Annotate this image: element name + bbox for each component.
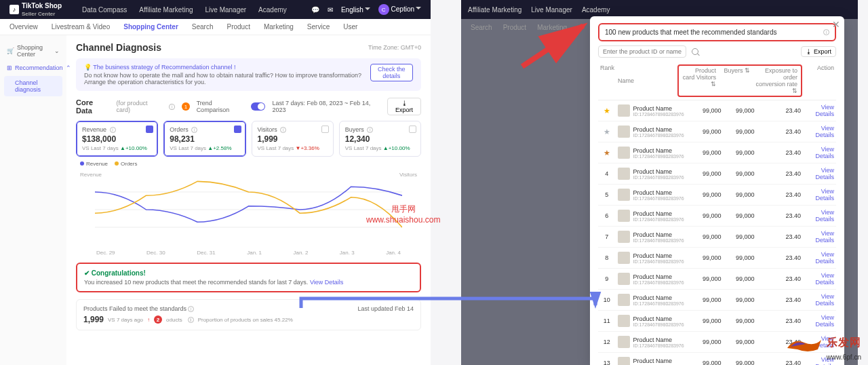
search-icon[interactable] bbox=[692, 48, 698, 55]
view-details-link[interactable]: View Details bbox=[803, 230, 836, 244]
tab-shopping-center[interactable]: Shopping Center bbox=[123, 23, 178, 31]
sidebar-item-recommendation[interactable]: ⊞ Recommendation ⌃ bbox=[4, 61, 62, 75]
nav-live-r[interactable]: Live Manager bbox=[531, 6, 572, 14]
congrats-head: ✔ Congratulations! bbox=[84, 269, 413, 277]
view-details-link[interactable]: View Details bbox=[803, 251, 836, 265]
product-search-input[interactable] bbox=[598, 45, 686, 58]
name-cell: Product NameID:17284678980283976 bbox=[616, 231, 686, 243]
close-icon[interactable]: ✕ bbox=[832, 19, 840, 30]
buyers-cell: 99,000 bbox=[724, 170, 757, 177]
visitors-cell: 99,000 bbox=[686, 191, 724, 198]
view-details-link[interactable]: View Details bbox=[803, 104, 836, 117]
tab-product[interactable]: Product bbox=[226, 23, 250, 31]
buyers-cell: 99,000 bbox=[724, 275, 757, 282]
checkbox-icon[interactable] bbox=[234, 126, 241, 133]
rank-cell: 8 bbox=[598, 254, 616, 261]
rank-cell: 4 bbox=[598, 170, 616, 177]
tab-livestream[interactable]: Livestream & Video bbox=[52, 23, 111, 31]
table-row: ★Product NameID:1728467898028397699,0009… bbox=[598, 121, 836, 142]
product-thumbnail bbox=[618, 189, 630, 201]
nav-live-manager[interactable]: Live Manager bbox=[205, 6, 247, 14]
avatar: C bbox=[378, 4, 389, 15]
visitors-cell: 99,000 bbox=[686, 149, 724, 156]
nav-academy-r[interactable]: Academy bbox=[582, 6, 610, 14]
tab-marketing[interactable]: Marketing bbox=[264, 23, 294, 31]
checkbox-icon[interactable] bbox=[409, 126, 416, 133]
product-thumbnail bbox=[618, 315, 630, 327]
col-conversion[interactable]: Exposure to order conversion rate ⇅ bbox=[752, 67, 800, 94]
product-thumbnail bbox=[618, 126, 630, 138]
chat-icon[interactable]: 💬 bbox=[311, 6, 319, 14]
date-range[interactable]: Last 7 days: Feb 08, 2023 ~ Feb 14, 2023 bbox=[272, 100, 380, 113]
conv-cell: 23.40 bbox=[757, 318, 804, 324]
conv-cell: 23.40 bbox=[757, 170, 804, 177]
sidebar-item-shopping[interactable]: 🛒 Shopping Center ⌄ bbox=[4, 41, 62, 61]
export-button[interactable]: ⭳ Export bbox=[387, 98, 421, 115]
timezone: Time Zone: GMT+0 bbox=[368, 44, 421, 51]
sidebar-item-channel-diagnosis[interactable]: Channel diagnosis bbox=[4, 76, 62, 96]
kpi-visitors[interactable]: Visitors i1,999VS Last 7 days ▼+3.36% bbox=[252, 121, 334, 157]
nav-affiliate[interactable]: Affiliate Marketing bbox=[139, 6, 193, 14]
rank-cell: ★ bbox=[598, 128, 616, 136]
kpi-buyers[interactable]: Buyers i12,340VS Last 7 days ▲+10.00% bbox=[339, 121, 421, 157]
view-details-link[interactable]: View Details bbox=[310, 279, 343, 286]
product-thumbnail bbox=[618, 147, 630, 159]
congrats-box: ✔ Congratulations! You increased 10 new … bbox=[76, 263, 421, 292]
view-details-link[interactable]: View Details bbox=[803, 209, 836, 223]
checkbox-icon[interactable] bbox=[146, 126, 153, 133]
nav-affiliate-r[interactable]: Affiliate Marketing bbox=[468, 6, 521, 14]
info-icon[interactable]: i bbox=[169, 104, 175, 110]
product-thumbnail bbox=[618, 357, 630, 365]
tab-search[interactable]: Search bbox=[192, 23, 214, 31]
view-details-link[interactable]: View Details bbox=[803, 293, 836, 307]
info-icon[interactable]: i bbox=[823, 29, 829, 35]
table-header: Rank Name Product card Visitors ⇅ Buyers… bbox=[598, 62, 836, 100]
checkbox-icon[interactable] bbox=[321, 126, 329, 133]
col-name: Name bbox=[616, 64, 677, 97]
name-cell: Product NameID:17284678980283976 bbox=[616, 168, 686, 180]
user-menu[interactable]: C Ception bbox=[378, 4, 421, 15]
notification-icon[interactable]: ✉ bbox=[328, 6, 333, 14]
col-visitors[interactable]: Product card Visitors ⇅ bbox=[680, 67, 718, 94]
kpi-orders[interactable]: Orders i98,231VS Last 7 days ▲+2.58% bbox=[163, 121, 245, 157]
name-cell: Product NameID:17284678980283976 bbox=[616, 104, 686, 117]
rank-cell: 12 bbox=[598, 339, 616, 345]
view-details-link[interactable]: View Details bbox=[803, 314, 836, 328]
table-row: 7Product NameID:1728467898028397699,0009… bbox=[598, 227, 836, 248]
col-buyers[interactable]: Buyers ⇅ bbox=[718, 67, 752, 94]
table-row: ★Product NameID:1728467898028397699,0009… bbox=[598, 142, 836, 164]
conv-cell: 23.40 bbox=[757, 107, 804, 114]
name-cell: Product NameID:17284678980283976 bbox=[616, 147, 686, 159]
buyers-cell: 99,000 bbox=[724, 191, 757, 198]
nav-data-compass[interactable]: Data Compass bbox=[82, 6, 127, 14]
fail-value: 1,999 bbox=[83, 315, 104, 324]
name-cell: Product NameID:17284678980283976 bbox=[616, 357, 686, 365]
visitors-cell: 99,000 bbox=[686, 128, 724, 135]
rank-cell: 13 bbox=[598, 360, 616, 365]
page-title: Channel Diagnosis bbox=[76, 42, 161, 53]
conv-cell: 23.40 bbox=[757, 191, 804, 198]
kpi-revenue[interactable]: Revenue i$138,000VS Last 7 days ▲+10.00% bbox=[76, 121, 158, 157]
product-thumbnail bbox=[618, 294, 630, 306]
view-details-link[interactable]: View Details bbox=[803, 167, 836, 180]
name-cell: Product NameID:17284678980283976 bbox=[616, 126, 686, 138]
modal-export-button[interactable]: ⭳ Export bbox=[801, 46, 836, 57]
info-strip: 💡 The business strategy of Recommendatio… bbox=[76, 58, 421, 91]
rank-cell: ★ bbox=[598, 149, 616, 157]
tab-user[interactable]: User bbox=[343, 23, 357, 31]
kpi-grid: Revenue i$138,000VS Last 7 days ▲+10.00%… bbox=[76, 121, 421, 157]
nav-academy[interactable]: Academy bbox=[258, 6, 287, 14]
trend-toggle[interactable] bbox=[251, 102, 265, 111]
language-selector[interactable]: English bbox=[341, 6, 370, 14]
tab-service[interactable]: Service bbox=[307, 23, 330, 31]
view-details-link[interactable]: View Details bbox=[803, 125, 836, 138]
view-details-link[interactable]: View Details bbox=[803, 272, 836, 286]
check-details-button[interactable]: Check the details bbox=[370, 64, 413, 81]
info-strip-body: Do not know how to operate the mall and … bbox=[84, 72, 370, 85]
brand[interactable]: ♪ TikTok Shop Seller Center bbox=[9, 2, 62, 17]
tab-overview[interactable]: Overview bbox=[9, 23, 38, 31]
view-details-link[interactable]: View Details bbox=[803, 188, 836, 201]
product-thumbnail bbox=[618, 104, 630, 117]
view-details-link[interactable]: View Details bbox=[803, 146, 836, 159]
name-cell: Product NameID:17284678980283976 bbox=[616, 294, 686, 306]
